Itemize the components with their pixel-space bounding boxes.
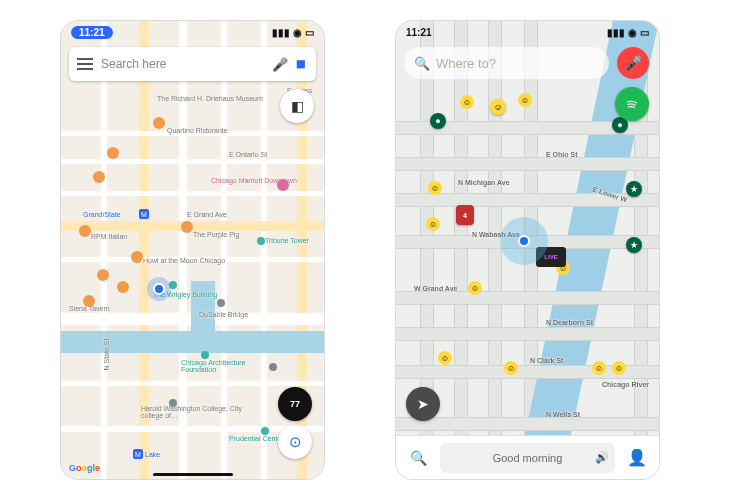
- signal-icon: ▮▮▮: [272, 27, 290, 38]
- wholefoods-pin-icon[interactable]: ●: [430, 113, 446, 129]
- attraction-pin-icon[interactable]: [257, 237, 265, 245]
- starbucks-pin-icon[interactable]: ★: [626, 181, 642, 197]
- wazer-face-icon[interactable]: ☺: [504, 361, 518, 375]
- signal-icon: ▮▮▮: [607, 27, 625, 38]
- home-indicator: [153, 473, 233, 476]
- battery-icon: ▭: [640, 27, 649, 38]
- search-placeholder[interactable]: Search here: [101, 57, 264, 71]
- grey-pin-icon[interactable]: [217, 299, 225, 307]
- wazer-face-icon[interactable]: ☺: [612, 361, 626, 375]
- google-maps-screen: The Richard H. Driehaus Museum Quartino …: [60, 20, 325, 480]
- transit-pin-icon[interactable]: M: [133, 449, 143, 459]
- status-time: 11:21: [406, 27, 432, 38]
- venue-live-badge[interactable]: LIVE: [536, 247, 566, 267]
- wazer-face-icon[interactable]: ☺: [468, 281, 482, 295]
- current-location-dot: [153, 283, 165, 295]
- food-pin-icon[interactable]: [107, 147, 119, 159]
- current-location-dot: [518, 235, 530, 247]
- layers-button[interactable]: ◧: [280, 89, 314, 123]
- food-pin-icon[interactable]: [93, 171, 105, 183]
- google-attribution: Google: [69, 463, 100, 473]
- wazer-face-icon[interactable]: ☺: [518, 93, 532, 107]
- food-pin-icon[interactable]: [97, 269, 109, 281]
- street-dearborn: N Dearborn St: [546, 319, 593, 326]
- poi-rpm[interactable]: RPM Italian: [91, 233, 127, 240]
- wazer-face-icon[interactable]: ☺: [460, 95, 474, 109]
- wazer-pin-icon[interactable]: ☺: [490, 99, 506, 115]
- street-state: N State St: [103, 339, 110, 371]
- street-wabash: N Wabash Ave: [472, 231, 520, 238]
- street-grand: E Grand Ave: [187, 211, 227, 218]
- street-clark: N Clark St: [530, 357, 563, 364]
- starbucks-pin-icon[interactable]: ★: [626, 237, 642, 253]
- grey-pin-icon[interactable]: [169, 399, 177, 407]
- attraction-pin-icon[interactable]: [261, 427, 269, 435]
- status-bar: 11:21 ▮▮▮ ◉ ▭: [61, 21, 324, 43]
- voice-button[interactable]: 🎤: [617, 47, 649, 79]
- poi-caf[interactable]: Chicago Architecture Foundation: [181, 359, 271, 373]
- grey-pin-icon[interactable]: [269, 363, 277, 371]
- sound-icon[interactable]: 🔊: [595, 451, 609, 464]
- greeting-panel[interactable]: Good morning 🔊: [440, 443, 615, 473]
- poi-driehaus[interactable]: The Richard H. Driehaus Museum: [157, 95, 263, 102]
- spotify-icon: [623, 95, 641, 113]
- wazer-face-icon[interactable]: ☺: [592, 361, 606, 375]
- street-wells: N Wells St: [546, 411, 580, 418]
- poi-quartino[interactable]: Quartino Ristorante: [167, 127, 228, 134]
- waze-screen: E Ohio St N Michigan Ave E Lower W N Wab…: [395, 20, 660, 480]
- attraction-pin-icon[interactable]: [201, 351, 209, 359]
- street-ontario: E Ontario St: [229, 151, 267, 158]
- transit-grand-state[interactable]: Grand/State: [83, 211, 121, 218]
- compass-button[interactable]: ➤: [406, 387, 440, 421]
- wifi-icon: ◉: [293, 27, 302, 38]
- food-pin-icon[interactable]: [83, 295, 95, 307]
- battery-icon: ▭: [305, 27, 314, 38]
- wazer-face-icon[interactable]: ☺: [428, 181, 442, 195]
- spotify-button[interactable]: [615, 87, 649, 121]
- bottom-search-button[interactable]: 🔍: [404, 444, 432, 472]
- wazer-face-icon[interactable]: ☺: [438, 351, 452, 365]
- search-placeholder[interactable]: Where to?: [436, 56, 496, 71]
- carpool-button[interactable]: 👤: [623, 444, 651, 472]
- food-pin-icon[interactable]: [131, 251, 143, 263]
- my-location-button[interactable]: ⊙: [278, 425, 312, 459]
- poi-prudential[interactable]: Prudential Center: [229, 435, 283, 442]
- food-pin-icon[interactable]: [117, 281, 129, 293]
- wifi-icon: ◉: [628, 27, 637, 38]
- search-bar[interactable]: Search here 🎤 ◆: [69, 47, 316, 81]
- status-time: 11:21: [71, 26, 113, 39]
- hotel-pin-icon[interactable]: [277, 179, 289, 191]
- microphone-icon[interactable]: 🎤: [272, 57, 288, 72]
- bottom-bar: 🔍 Good morning 🔊 👤: [396, 435, 659, 479]
- food-pin-icon[interactable]: [181, 221, 193, 233]
- poi-purple-pig[interactable]: The Purple Pig: [193, 231, 239, 238]
- search-icon: 🔍: [414, 56, 430, 71]
- street-ohio: E Ohio St: [546, 151, 578, 158]
- search-bar[interactable]: 🔍 Where to?: [404, 47, 609, 79]
- directions-icon[interactable]: ◆: [291, 53, 312, 74]
- hamburger-menu-icon[interactable]: [77, 58, 93, 70]
- street-grand: W Grand Ave: [414, 285, 457, 292]
- food-pin-icon[interactable]: [153, 117, 165, 129]
- status-bar: 11:21 ▮▮▮ ◉ ▭: [396, 21, 659, 43]
- greeting-text: Good morning: [493, 452, 563, 464]
- attraction-pin-icon[interactable]: [169, 281, 177, 289]
- poi-howl[interactable]: Howl at the Moon Chicago: [143, 257, 225, 264]
- food-pin-icon[interactable]: [79, 225, 91, 237]
- transit-lake[interactable]: Lake: [145, 451, 160, 458]
- label-chicago-river: Chicago River: [602, 381, 649, 388]
- eta-value: 4: [463, 212, 467, 219]
- poi-dusable[interactable]: DuSable Bridge: [199, 311, 248, 318]
- poi-tribune[interactable]: Tribune Tower: [265, 237, 309, 244]
- transit-pin-icon[interactable]: M: [139, 209, 149, 219]
- eta-badge[interactable]: 4: [456, 205, 474, 225]
- traffic-button[interactable]: 77: [278, 387, 312, 421]
- wazer-face-icon[interactable]: ☺: [426, 217, 440, 231]
- street-michigan: N Michigan Ave: [458, 179, 510, 186]
- poi-harold[interactable]: Harold Washington College, City college …: [141, 405, 251, 419]
